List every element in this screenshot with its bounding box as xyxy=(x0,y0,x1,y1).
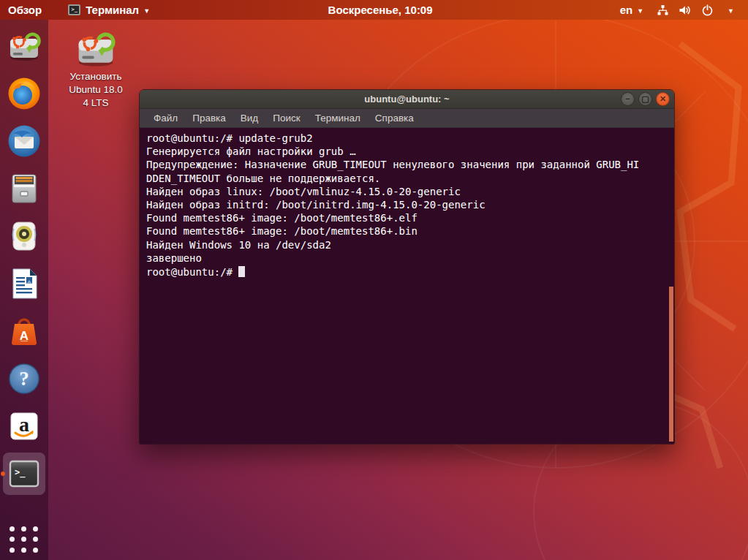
rhythmbox-icon xyxy=(7,219,42,254)
dock-item-help[interactable]: ? xyxy=(3,357,45,400)
help-icon: ? xyxy=(7,361,42,396)
close-button[interactable]: ✕ xyxy=(656,92,670,106)
show-applications-button[interactable] xyxy=(10,526,39,554)
terminal-line: Found memtest86+ image: /boot/memtest86+… xyxy=(146,211,673,224)
ubuntu-installer-icon xyxy=(7,29,42,64)
terminal-mini-icon: >_ xyxy=(68,4,80,15)
volume-icon xyxy=(679,4,692,16)
power-icon xyxy=(701,4,714,16)
terminal-line: Генерируется файл настройки grub … xyxy=(146,145,673,158)
desktop-icon-label: Установить Ubuntu 18.04 LTS xyxy=(68,70,124,110)
clock-label: Воскресенье, 10:09 xyxy=(328,4,433,16)
svg-text:?: ? xyxy=(19,368,29,390)
terminal-line: Найден Windows 10 на /dev/sda2 xyxy=(146,238,673,251)
terminal-line: Found memtest86+ image: /boot/memtest86+… xyxy=(146,224,673,238)
window-title: ubuntu@ubuntu: ~ xyxy=(364,94,449,105)
clock-button[interactable]: Воскресенье, 10:09 xyxy=(328,0,433,20)
terminal-icon: >_ xyxy=(7,456,42,491)
minimize-button[interactable]: − xyxy=(621,92,635,106)
files-icon xyxy=(7,171,42,206)
app-menu-label: Терминал xyxy=(86,4,139,16)
firefox-icon xyxy=(7,76,42,111)
system-status-button[interactable]: ▼ xyxy=(650,0,741,20)
network-wired-icon xyxy=(657,4,669,16)
dock-item-firefox[interactable] xyxy=(3,72,45,115)
terminal-output[interactable]: root@ubuntu:/# update-grub2 Генерируется… xyxy=(140,128,674,444)
menu-edit[interactable]: Правка xyxy=(186,110,233,126)
terminal-window: ubuntu@ubuntu: ~ − ▢ ✕ Файл Правка Вид П… xyxy=(139,89,675,444)
app-menu-button[interactable]: >_ Терминал ▼ xyxy=(60,0,158,20)
dock-item-rhythmbox[interactable] xyxy=(3,215,45,257)
menu-terminal[interactable]: Терминал xyxy=(309,110,367,126)
keyboard-layout-label: en xyxy=(620,4,633,16)
amazon-icon: a xyxy=(7,409,42,444)
activities-button[interactable]: Обзор xyxy=(0,0,50,20)
terminal-line: завершено xyxy=(146,251,673,265)
keyboard-layout-button[interactable]: en ▼ xyxy=(613,0,650,20)
svg-text:a: a xyxy=(19,413,29,436)
dock-item-ubuntu-software[interactable]: A̲ xyxy=(3,310,45,352)
chevron-down-icon: ▼ xyxy=(728,7,734,15)
terminal-line: Найден образ initrd: /boot/initrd.img-4.… xyxy=(146,198,673,211)
maximize-button[interactable]: ▢ xyxy=(638,92,652,106)
terminal-cursor xyxy=(238,266,245,277)
terminal-prompt-line: root@ubuntu:/# xyxy=(146,265,673,279)
menu-file[interactable]: Файл xyxy=(147,110,184,126)
ubuntu-software-icon: A̲ xyxy=(7,314,42,349)
svg-text:>_: >_ xyxy=(15,467,26,478)
ubuntu-installer-icon xyxy=(75,28,117,69)
ubuntu-desktop: { "top_bar": { "activities_label": "Обзо… xyxy=(0,0,748,560)
thunderbird-icon xyxy=(7,124,42,159)
libreoffice-writer-icon xyxy=(7,266,42,301)
dock-item-amazon[interactable]: a xyxy=(3,405,45,447)
terminal-line: root@ubuntu:/# update-grub2 xyxy=(146,132,673,145)
dock-item-files[interactable] xyxy=(3,167,45,210)
dock-item-terminal[interactable]: >_ xyxy=(3,453,45,495)
activities-label: Обзор xyxy=(8,4,42,16)
dock-item-ubuntu-installer[interactable] xyxy=(3,25,45,67)
terminal-line: Найден образ linux: /boot/vmlinuz-4.15.0… xyxy=(146,185,673,198)
chevron-down-icon: ▼ xyxy=(143,7,150,15)
terminal-prompt: root@ubuntu:/# xyxy=(146,266,238,278)
terminal-line: DDEN_TIMEOUT больше не поддерживается. xyxy=(146,172,673,185)
menu-help[interactable]: Справка xyxy=(369,110,420,126)
menu-search[interactable]: Поиск xyxy=(266,110,306,126)
terminal-menubar: Файл Правка Вид Поиск Терминал Справка xyxy=(140,109,674,128)
desktop-icon-install-ubuntu[interactable]: Установить Ubuntu 18.04 LTS xyxy=(68,28,124,110)
menu-view[interactable]: Вид xyxy=(234,110,265,126)
dock: A̲ ? a xyxy=(0,20,48,560)
running-indicator-dot xyxy=(1,472,5,476)
svg-text:A̲: A̲ xyxy=(20,329,29,343)
chevron-down-icon: ▼ xyxy=(637,7,643,15)
dock-item-thunderbird[interactable] xyxy=(3,120,45,162)
dock-item-libreoffice-writer[interactable] xyxy=(3,262,45,305)
terminal-line: Предупреждение: Назначение GRUB_TIMEOUT … xyxy=(146,158,673,171)
top-bar: Обзор >_ Терминал ▼ Воскресенье, 10:09 e… xyxy=(0,0,748,20)
terminal-scrollbar[interactable] xyxy=(669,287,673,442)
window-titlebar[interactable]: ubuntu@ubuntu: ~ − ▢ ✕ xyxy=(140,90,674,109)
